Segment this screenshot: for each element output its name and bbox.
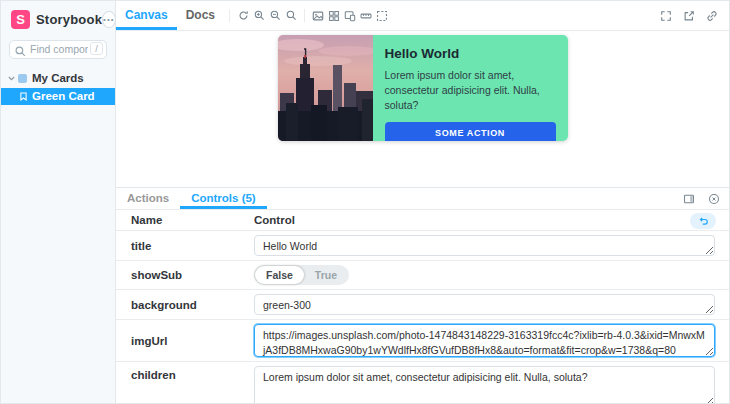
- control-name: title: [116, 240, 254, 252]
- tab-controls[interactable]: Controls (5): [180, 188, 267, 209]
- some-action-button[interactable]: SOME ACTION: [385, 122, 556, 141]
- search-box: /: [9, 39, 107, 59]
- tab-canvas[interactable]: Canvas: [116, 1, 177, 30]
- title-input[interactable]: Hello World: [254, 235, 715, 256]
- control-cell: Hello World: [254, 235, 729, 256]
- sidebar: S Storybook ••• / My Cards Green Card: [1, 1, 116, 404]
- control-row-background: background green-300: [116, 290, 729, 320]
- city-skyline-image: [278, 35, 373, 141]
- main-area: Canvas Docs: [116, 1, 729, 403]
- undo-icon: [698, 214, 709, 229]
- search-shortcut-badge: /: [90, 42, 103, 55]
- control-name: background: [116, 299, 254, 311]
- header-control: Control: [254, 214, 729, 226]
- grid-icon[interactable]: [326, 1, 342, 30]
- background-input[interactable]: green-300: [254, 294, 715, 315]
- control-cell: https://images.unsplash.com/photo-147484…: [254, 324, 729, 357]
- zoom-in-icon[interactable]: [251, 1, 267, 30]
- outline-icon[interactable]: [374, 1, 390, 30]
- control-name: children: [116, 366, 254, 381]
- tab-docs[interactable]: Docs: [177, 1, 224, 30]
- link-icon[interactable]: [700, 1, 723, 30]
- addon-panel: Actions Controls (5) Name Control: [116, 187, 729, 404]
- story-preview: Hello World Lorem ipsum dolor sit amet, …: [116, 31, 729, 187]
- story-bookmark-icon: [20, 92, 27, 101]
- control-cell: False True: [254, 265, 729, 285]
- control-name: imgUrl: [116, 335, 254, 347]
- controls-rows: title Hello World showSub False True: [116, 231, 729, 404]
- showsub-toggle[interactable]: False True: [254, 265, 349, 285]
- chevron-down-icon: [8, 75, 15, 82]
- card-photo: [278, 35, 373, 141]
- control-name: showSub: [116, 269, 254, 281]
- sidebar-menu-button[interactable]: •••: [102, 11, 115, 28]
- green-card-component: Hello World Lorem ipsum dolor sit amet, …: [278, 35, 568, 141]
- control-row-children: children Lorem ipsum dolor sit amet, con…: [116, 362, 729, 404]
- addon-panel-tabs: Actions Controls (5): [116, 188, 729, 210]
- imgurl-input[interactable]: https://images.unsplash.com/photo-147484…: [254, 324, 715, 357]
- zoom-out-icon[interactable]: [267, 1, 283, 30]
- brand-title: Storybook: [36, 12, 102, 27]
- controls-table-header: Name Control: [116, 210, 729, 231]
- open-external-icon[interactable]: [677, 1, 700, 30]
- control-cell: Lorem ipsum dolor sit amet, consectetur …: [254, 366, 729, 404]
- remount-icon[interactable]: [235, 1, 251, 30]
- reset-controls-button[interactable]: [690, 213, 716, 229]
- card-title: Hello World: [385, 46, 556, 61]
- ellipsis-icon: •••: [103, 15, 114, 24]
- toggle-option-true[interactable]: True: [304, 266, 348, 284]
- addon-orientation-icon[interactable]: [682, 193, 696, 205]
- background-icon[interactable]: [310, 1, 326, 30]
- toolbar-divider: [304, 9, 305, 22]
- card-content: Hello World Lorem ipsum dolor sit amet, …: [373, 35, 568, 141]
- brand-row: S Storybook •••: [1, 1, 115, 35]
- storybook-logo-icon: S: [11, 10, 30, 29]
- fullscreen-icon[interactable]: [654, 1, 677, 30]
- storybook-app: S Storybook ••• / My Cards Green Card: [0, 0, 730, 404]
- header-name: Name: [116, 214, 254, 226]
- children-input[interactable]: Lorem ipsum dolor sit amet, consectetur …: [254, 366, 715, 404]
- sidebar-item-green-card[interactable]: Green Card: [1, 88, 115, 105]
- sidebar-item-my-cards[interactable]: My Cards: [1, 69, 115, 88]
- zoom-reset-icon[interactable]: [283, 1, 299, 30]
- toolbar-right: [654, 1, 729, 30]
- close-panel-icon[interactable]: [707, 193, 721, 205]
- canvas-toolbar: Canvas Docs: [116, 1, 729, 31]
- control-row-title: title Hello World: [116, 231, 729, 261]
- search-icon: [15, 43, 26, 61]
- control-row-showsub: showSub False True: [116, 261, 729, 290]
- component-icon: [18, 74, 27, 83]
- story-label: Green Card: [32, 90, 95, 102]
- card-body-text: Lorem ipsum dolor sit amet, consectetur …: [385, 68, 556, 114]
- toolbar-divider: [229, 9, 230, 22]
- measure-icon[interactable]: [358, 1, 374, 30]
- control-cell: green-300: [254, 294, 729, 315]
- panel-corner-buttons: [682, 188, 721, 210]
- tab-actions[interactable]: Actions: [116, 188, 180, 209]
- toggle-option-false[interactable]: False: [255, 266, 304, 284]
- viewport-icon[interactable]: [342, 1, 358, 30]
- control-row-imgurl: imgUrl https://images.unsplash.com/photo…: [116, 320, 729, 362]
- group-label: My Cards: [32, 72, 84, 84]
